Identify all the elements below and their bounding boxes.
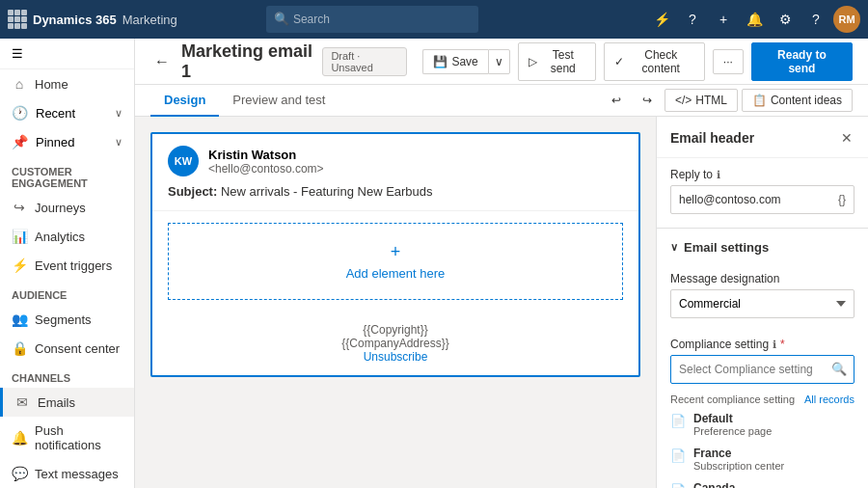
add-icon[interactable]: + — [710, 6, 737, 33]
reply-to-info-icon: ℹ — [717, 169, 720, 181]
sidebar-item-label: Segments — [35, 312, 92, 327]
close-panel-button[interactable]: ✕ — [839, 128, 854, 148]
sidebar-item-journeys[interactable]: ↪ Journeys — [0, 193, 134, 222]
compliance-item-canada[interactable]: 📄 Canada External link — [657, 476, 868, 488]
compliance-item-france[interactable]: 📄 France Subscription center — [657, 442, 868, 476]
search-input[interactable] — [266, 6, 478, 33]
reply-to-field[interactable]: hello@contoso.com {} — [670, 185, 854, 214]
check-icon: ✓ — [614, 55, 624, 68]
consent-icon: 🔒 — [12, 340, 27, 356]
reply-to-label: Reply to ℹ — [670, 168, 854, 181]
sidebar-item-label: Consent center — [35, 341, 120, 356]
panel-header: Email header ✕ — [657, 117, 868, 158]
more-button[interactable]: ··· — [713, 49, 744, 74]
search-icon: 🔍 — [274, 12, 289, 26]
compliance-search-input[interactable] — [670, 355, 854, 384]
email-subject: Subject: New arrivals - Featuring New Ea… — [168, 184, 623, 199]
save-button[interactable]: 💾 Save — [422, 49, 487, 74]
sidebar-item-label: Emails — [38, 395, 75, 410]
tabs-bar: Design Preview and test ↩ ↪ </> HTML 📋 C… — [135, 85, 868, 117]
unsubscribe-link[interactable]: Unsubscribe — [364, 350, 428, 364]
page-title: Marketing email 1 — [181, 41, 314, 82]
add-element-label: Add element here — [346, 266, 446, 281]
chevron-down-icon: ∨ — [495, 55, 503, 68]
chevron-down-icon: ∨ — [670, 241, 678, 254]
sidebar-item-event-triggers[interactable]: ⚡ Event triggers — [0, 251, 134, 280]
sidebar-item-segments[interactable]: 👥 Segments — [0, 305, 134, 334]
save-dropdown: 💾 Save ∨ — [422, 49, 509, 74]
sender-info: Kristin Watson <hello@contoso.com> — [208, 148, 324, 176]
help-icon[interactable]: ? — [679, 6, 706, 33]
back-button[interactable]: ← — [150, 49, 174, 74]
compliance-name: Default — [693, 412, 772, 425]
tab-preview-test[interactable]: Preview and test — [219, 85, 339, 117]
sidebar-item-label: Journeys — [35, 201, 86, 215]
app-grid-icon[interactable] — [8, 10, 27, 29]
brand-name: Dynamics 365 — [33, 13, 117, 27]
undo-button[interactable]: ↩ — [603, 87, 630, 114]
workspace: KW Kristin Watson <hello@contoso.com> Su… — [135, 117, 868, 488]
email-canvas[interactable]: KW Kristin Watson <hello@contoso.com> Su… — [150, 132, 640, 377]
right-panel: Email header ✕ Reply to ℹ hello@contoso.… — [656, 117, 868, 488]
sidebar-item-text-messages[interactable]: 💬 Text messages — [0, 459, 134, 488]
sidebar-item-analytics[interactable]: 📊 Analytics — [0, 222, 134, 251]
text-messages-icon: 💬 — [12, 466, 27, 481]
sidebar-item-label: Recent — [36, 106, 75, 121]
user-avatar[interactable]: RM — [833, 6, 860, 33]
email-settings-label: Email settings — [684, 240, 769, 255]
compliance-item-default[interactable]: 📄 Default Preference page — [657, 407, 868, 442]
message-designation-select[interactable]: Commercial — [670, 289, 854, 318]
compliance-item-icon: 📄 — [670, 414, 686, 428]
ideas-icon: 📋 — [752, 94, 767, 107]
sidebar-item-pinned[interactable]: 📌 Pinned ∨ — [0, 127, 134, 156]
compliance-all-records-link[interactable]: All records — [804, 393, 854, 405]
sidebar-toggle[interactable]: ☰ — [0, 39, 134, 69]
reply-to-code: {} — [838, 193, 846, 206]
sidebar-item-emails[interactable]: ✉ Emails — [0, 388, 134, 417]
ready-to-send-button[interactable]: Ready to send — [751, 42, 853, 81]
lightning-icon[interactable]: ⚡ — [648, 6, 675, 33]
save-dropdown-button[interactable]: ∨ — [488, 49, 510, 74]
email-settings-toggle[interactable]: ∨ Email settings — [657, 232, 868, 262]
sidebar: ☰ ⌂ Home 🕐 Recent ∨ 📌 Pinned ∨ Customer … — [0, 39, 135, 488]
chevron-down-icon: ∨ — [115, 136, 122, 149]
compliance-section: Compliance setting ℹ * 🔍 — [657, 328, 868, 390]
redo-button[interactable]: ↪ — [634, 87, 661, 114]
top-nav-icons: ⚡ ? + 🔔 ⚙ ? RM — [648, 6, 860, 33]
code-icon: </> — [675, 94, 692, 107]
emails-icon: ✉ — [14, 394, 30, 410]
brand-logo: Dynamics 365 Marketing — [8, 10, 177, 29]
footer-copyright: {{Copyright}} — [164, 323, 627, 337]
email-header-block: KW Kristin Watson <hello@contoso.com> Su… — [152, 134, 638, 211]
notifications-icon[interactable]: 🔔 — [741, 6, 768, 33]
settings-icon[interactable]: ⚙ — [772, 6, 799, 33]
tab-design[interactable]: Design — [150, 85, 219, 117]
test-send-button[interactable]: ▷ Test send — [518, 42, 596, 81]
sidebar-item-recent[interactable]: 🕐 Recent ∨ — [0, 98, 134, 127]
channels-header: Channels — [0, 363, 134, 388]
sidebar-item-home[interactable]: ⌂ Home — [0, 69, 134, 98]
compliance-item-icon: 📄 — [670, 483, 686, 488]
question-icon[interactable]: ? — [802, 6, 829, 33]
compliance-name: Canada — [693, 481, 751, 488]
sidebar-item-label: Analytics — [35, 230, 85, 244]
content-ideas-button[interactable]: 📋 Content ideas — [742, 89, 853, 112]
html-button[interactable]: </> HTML — [665, 89, 738, 112]
email-canvas-area: KW Kristin Watson <hello@contoso.com> Su… — [135, 117, 656, 488]
sidebar-item-push-notifications[interactable]: 🔔 Push notifications — [0, 417, 134, 459]
chevron-down-icon: ∨ — [115, 107, 122, 120]
compliance-sub: Preference page — [693, 425, 772, 437]
sidebar-item-label: Event triggers — [35, 258, 112, 273]
add-element-zone[interactable]: + Add element here — [168, 223, 623, 300]
sender-avatar: KW — [168, 146, 199, 176]
message-designation-section: Message designation Commercial — [657, 262, 868, 328]
pin-icon: 📌 — [12, 134, 28, 149]
sidebar-item-label: Text messages — [35, 467, 119, 481]
sidebar-item-consent-center[interactable]: 🔒 Consent center — [0, 334, 134, 363]
send-icon: ▷ — [529, 55, 537, 68]
plus-icon: + — [391, 242, 401, 262]
page-toolbar: ← Marketing email 1 Draft · Unsaved 💾 Sa… — [135, 39, 868, 85]
check-content-button[interactable]: ✓ Check content — [604, 42, 705, 81]
footer-address: {{CompanyAddress}} — [164, 337, 627, 350]
global-search: 🔍 — [266, 6, 478, 33]
